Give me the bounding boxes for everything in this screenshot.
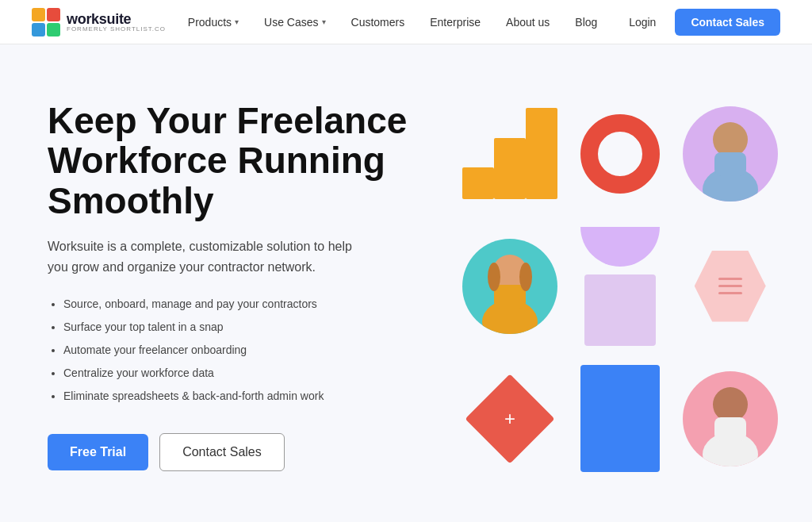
avatar-man (683, 106, 778, 202)
svg-rect-0 (462, 167, 494, 199)
hero-bullet-1: Source, onboard, manage and pay your con… (63, 296, 428, 313)
hero-collage: + (428, 92, 780, 480)
donut-shape (580, 114, 660, 194)
avatar-young-man (683, 371, 778, 466)
navbar: worksuite formerly shortlist.co Products… (0, 0, 812, 44)
login-button[interactable]: Login (619, 11, 665, 33)
nav-actions: Login Contact Sales (619, 9, 780, 36)
avatar-woman (462, 239, 557, 334)
hero-bullet-2: Surface your top talent in a snap (63, 319, 428, 336)
svg-rect-1 (494, 138, 526, 199)
diamond-shape: + (465, 374, 555, 463)
hero-bullet-list: Source, onboard, manage and pay your con… (48, 296, 428, 405)
contact-sales-button[interactable]: Contact Sales (675, 9, 780, 36)
semicircle-shape (580, 227, 660, 267)
nav-item-use-cases[interactable]: Use Cases ▾ (253, 11, 336, 33)
svg-rect-13 (714, 417, 746, 441)
hero-content: Keep Your Freelance Workforce Running Sm… (48, 101, 428, 472)
hero-section: Keep Your Freelance Workforce Running Sm… (0, 44, 812, 522)
shape-diamond-cell: + (460, 387, 561, 451)
logo-icon (32, 8, 60, 36)
svg-point-11 (713, 387, 748, 422)
nav-item-about-us[interactable]: About us (495, 11, 561, 33)
avatar-man-cell (680, 106, 780, 202)
avatar-young-man-cell (680, 371, 780, 466)
shape-lavender-cell (570, 227, 671, 346)
avatar-woman-cell (460, 239, 561, 334)
hero-bullet-3: Automate your freelancer onboarding (63, 342, 428, 359)
logo[interactable]: worksuite formerly shortlist.co (32, 8, 166, 36)
chevron-down-icon: ▾ (235, 17, 239, 26)
nav-item-enterprise[interactable]: Enterprise (419, 11, 492, 33)
hero-description: Worksuite is a complete, customizable so… (48, 236, 365, 277)
svg-point-3 (713, 122, 748, 157)
shape-donut-cell (570, 114, 671, 194)
svg-point-10 (519, 263, 532, 291)
plus-icon: + (504, 407, 515, 429)
contact-sales-hero-button[interactable]: Contact Sales (159, 433, 285, 471)
shape-staircase-cell (460, 108, 561, 199)
logo-name: worksuite (67, 12, 166, 26)
free-trial-button[interactable]: Free Trial (48, 434, 148, 470)
nav-item-customers[interactable]: Customers (340, 11, 416, 33)
nav-links: Products ▾ Use Cases ▾ Customers Enterpr… (177, 11, 609, 33)
svg-rect-5 (714, 152, 746, 176)
hero-bullet-5: Eliminate spreadsheets & back-and-forth … (63, 388, 428, 405)
hero-bullet-4: Centralize your workforce data (63, 365, 428, 382)
lavender-square-shape (584, 274, 656, 346)
hexagon-shape (695, 251, 766, 322)
shape-blue-rect-cell (570, 365, 671, 472)
hero-buttons: Free Trial Contact Sales (48, 433, 428, 471)
chevron-down-icon: ▾ (322, 17, 326, 26)
svg-rect-8 (494, 285, 526, 309)
hero-title: Keep Your Freelance Workforce Running Sm… (48, 101, 428, 221)
logo-sub: formerly shortlist.co (67, 26, 166, 33)
nav-item-products[interactable]: Products ▾ (177, 11, 250, 33)
shape-hexagon-cell (680, 251, 780, 322)
nav-item-blog[interactable]: Blog (564, 11, 608, 33)
staircase-shape (462, 108, 557, 199)
blue-rectangle-shape (580, 365, 660, 472)
svg-point-9 (488, 263, 500, 291)
svg-rect-2 (526, 108, 557, 199)
